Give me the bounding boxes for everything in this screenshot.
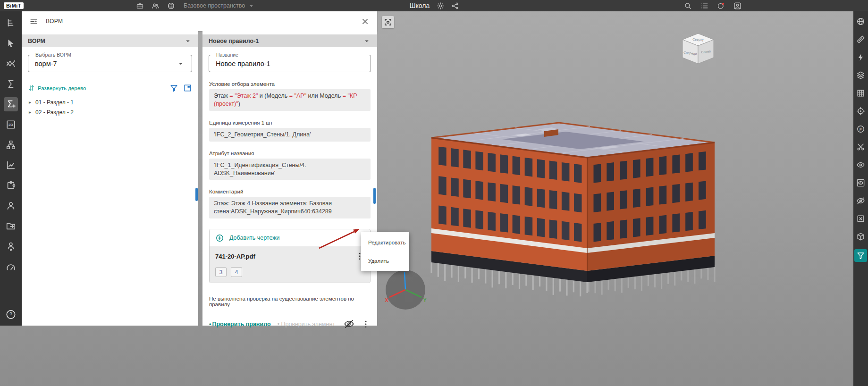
scrollbar-thumb[interactable] bbox=[195, 188, 198, 201]
tree-item[interactable]: ▸01 - Раздел - 1 bbox=[22, 97, 198, 107]
projects-button[interactable] bbox=[136, 2, 144, 10]
settings-button[interactable] bbox=[436, 2, 444, 10]
app-logo[interactable]: BiMiT bbox=[4, 2, 24, 9]
comment-box[interactable]: Этаж: Этаж 4 Название элемента: Базовая … bbox=[209, 197, 371, 218]
condition-segment: и (Модель bbox=[258, 92, 289, 99]
condition-box[interactable]: Этаж = "Этаж 2" и (Модель = "АР" или Мод… bbox=[209, 89, 371, 111]
web-access-button[interactable] bbox=[167, 2, 175, 10]
vorm-section-header[interactable]: ВОРМ bbox=[22, 34, 198, 47]
chevron-right-icon[interactable]: ▸ bbox=[29, 100, 31, 105]
panel-menu-icon[interactable] bbox=[29, 17, 38, 26]
notifications-button[interactable] bbox=[717, 2, 725, 10]
page-badge[interactable]: 4 bbox=[231, 267, 242, 277]
attribute-box[interactable]: 'IFC_1_Идентификация_Стены/4. ADSK_Наиме… bbox=[209, 159, 371, 180]
tool-user-location[interactable] bbox=[0, 236, 22, 256]
share-icon bbox=[451, 2, 459, 10]
page-badge[interactable]: 3 bbox=[215, 267, 227, 277]
comment-label: Комментарий bbox=[209, 189, 371, 194]
svg-text:2D: 2D bbox=[8, 123, 13, 127]
tool-dashboard[interactable] bbox=[0, 256, 22, 277]
focus-model-button[interactable] bbox=[382, 16, 394, 28]
help-button[interactable]: ? bbox=[6, 309, 17, 322]
drawing-file-name: 741-20-АР.pdf bbox=[215, 253, 255, 260]
add-drawings-button[interactable]: Добавить чертежи bbox=[210, 229, 370, 246]
condition-segment: = "Этаж 2" bbox=[229, 92, 258, 99]
rule-name-input[interactable]: Название Новое правило-1 bbox=[209, 55, 371, 72]
pbadge-icon: P bbox=[856, 125, 865, 134]
chevron-right-icon[interactable]: ▸ bbox=[29, 109, 31, 115]
chevron-down-icon bbox=[362, 37, 371, 45]
context-menu-item[interactable]: Редактировать bbox=[361, 233, 409, 252]
eyebox-icon bbox=[856, 178, 865, 187]
viewport-3d[interactable]: Сверху Спереди Слева X Y Z bbox=[377, 11, 853, 386]
view-selection-box[interactable] bbox=[854, 213, 867, 224]
view-ghost[interactable] bbox=[854, 231, 867, 242]
topbar: BiMiT Базовое пространство Школа bbox=[0, 0, 868, 11]
project-title: Школа bbox=[410, 2, 430, 9]
close-icon[interactable] bbox=[361, 17, 370, 26]
scrollbar-thumb[interactable] bbox=[373, 188, 376, 204]
tool-hierarchy[interactable] bbox=[0, 134, 22, 155]
eye-off-icon[interactable] bbox=[344, 319, 354, 329]
view-properties[interactable]: P bbox=[854, 124, 867, 134]
view-filter[interactable] bbox=[854, 249, 867, 262]
account-button[interactable] bbox=[733, 2, 742, 10]
view-visibility[interactable] bbox=[854, 159, 867, 170]
check-element-button[interactable]: Проверить элемент bbox=[278, 321, 335, 327]
vorm-window: ВОРМ ВОРМ Выбрать ВОРМ ворм-7 Развернуть… bbox=[22, 11, 377, 326]
view-cube[interactable]: Сверху Спереди Слева bbox=[679, 31, 717, 66]
tree-item[interactable]: ▸02 - Раздел - 2 bbox=[22, 107, 198, 117]
tool-users[interactable] bbox=[0, 195, 22, 216]
filter-icon[interactable] bbox=[169, 84, 178, 92]
tool-plugins[interactable] bbox=[0, 175, 22, 195]
check-rule-button[interactable]: Проверить правило bbox=[209, 321, 271, 327]
svg-text:P: P bbox=[860, 127, 862, 132]
condition-label: Условие отбора элемента bbox=[209, 81, 371, 87]
view-grid[interactable] bbox=[854, 88, 867, 99]
team-button[interactable] bbox=[152, 2, 160, 10]
page-badges: 34 bbox=[215, 267, 364, 277]
view-hide[interactable] bbox=[854, 195, 867, 206]
add-drawings-label: Добавить чертежи bbox=[229, 235, 280, 241]
tool-select[interactable] bbox=[0, 33, 22, 53]
tool-charts[interactable] bbox=[0, 155, 22, 175]
expand-tree-button[interactable]: Развернуть дерево bbox=[28, 84, 86, 92]
tool-sum-plus[interactable] bbox=[0, 94, 22, 114]
axis-gizmo[interactable]: X Y Z bbox=[381, 264, 430, 313]
view-measure[interactable] bbox=[854, 34, 867, 45]
tool-model-tree[interactable] bbox=[0, 13, 22, 33]
view-isolate[interactable] bbox=[854, 177, 867, 188]
hierarchy-icon bbox=[4, 138, 18, 152]
list-button[interactable] bbox=[700, 2, 708, 10]
avatar-icon bbox=[733, 2, 742, 10]
briefcase-icon bbox=[136, 2, 144, 10]
tool-clash[interactable] bbox=[0, 53, 22, 74]
workspace-select[interactable]: Базовое пространство bbox=[184, 2, 255, 9]
rule-name-label: Название bbox=[214, 52, 241, 58]
notifications-icon bbox=[717, 2, 725, 10]
chart-icon bbox=[4, 158, 18, 172]
more-options-icon[interactable] bbox=[361, 319, 371, 329]
vorm-select-label: Выбрать ВОРМ bbox=[33, 52, 74, 58]
tool-export[interactable] bbox=[0, 216, 22, 236]
plus-circle-icon bbox=[215, 234, 224, 243]
building-model[interactable] bbox=[377, 11, 853, 386]
view-focus[interactable] bbox=[854, 106, 867, 117]
chevron-down-icon bbox=[248, 2, 255, 9]
view-compass[interactable] bbox=[854, 16, 867, 27]
right-toolbar: P bbox=[853, 11, 868, 386]
sum-icon bbox=[4, 77, 18, 91]
share-button[interactable] bbox=[451, 2, 459, 10]
frame-icon[interactable] bbox=[183, 84, 192, 92]
tool-2d-view[interactable]: 2D bbox=[0, 114, 22, 134]
search-button[interactable] bbox=[684, 2, 692, 10]
view-layers[interactable] bbox=[854, 70, 867, 81]
person-icon bbox=[4, 199, 18, 213]
rule-section-header[interactable]: Новое правило-1 bbox=[202, 34, 377, 47]
unit-box[interactable]: 'IFC_2_Геометрия_Стены/1. Длина' bbox=[209, 128, 371, 142]
vorm-select[interactable]: Выбрать ВОРМ ворм-7 bbox=[28, 55, 192, 72]
tool-sum[interactable] bbox=[0, 74, 22, 94]
view-clash[interactable] bbox=[854, 52, 867, 63]
view-section[interactable] bbox=[854, 142, 867, 152]
context-menu-item[interactable]: Удалить bbox=[361, 252, 409, 270]
